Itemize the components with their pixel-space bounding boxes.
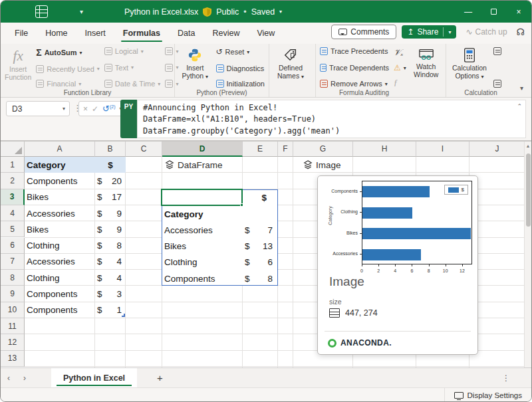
catch-up-button[interactable]: ∿ Catch up bbox=[462, 25, 511, 39]
row-header-7[interactable]: 7 bbox=[1, 254, 25, 270]
row-header-13[interactable]: 13 bbox=[1, 351, 25, 367]
column-header-G[interactable]: G bbox=[293, 142, 353, 157]
maximize-button[interactable] bbox=[481, 7, 506, 17]
tab-review[interactable]: Review bbox=[203, 23, 248, 44]
cell-a5[interactable]: Bikes bbox=[25, 221, 95, 237]
cell-a3[interactable]: Bikes bbox=[25, 189, 95, 205]
cell-a4[interactable]: Accessories bbox=[25, 205, 95, 221]
column-header-D[interactable]: D bbox=[162, 142, 243, 157]
initialization-button[interactable]: Initialization bbox=[216, 80, 265, 88]
row-header-5[interactable]: 5 bbox=[1, 221, 25, 237]
name-box-chevron-icon[interactable]: ▾ bbox=[63, 106, 65, 112]
remove-arrows-button[interactable]: Remove Arrows▾ bbox=[320, 80, 389, 88]
cell-b6[interactable]: $8 bbox=[95, 238, 126, 254]
cancel-entry-icon[interactable]: × bbox=[83, 104, 88, 114]
watch-window-button[interactable]: Watch Window bbox=[411, 47, 442, 78]
cell-b3[interactable]: $17 bbox=[95, 189, 126, 205]
cell-b7[interactable]: $4 bbox=[95, 254, 126, 270]
save-status-chevron-icon[interactable]: ▾ bbox=[279, 9, 282, 15]
calculate-sheet-button[interactable] bbox=[493, 80, 501, 88]
selected-cell-d3[interactable] bbox=[161, 189, 243, 206]
tab-view[interactable]: View bbox=[248, 23, 283, 44]
share-chevron-icon[interactable]: ▾ bbox=[448, 29, 451, 35]
cell-b1[interactable]: $ bbox=[95, 157, 126, 173]
cell-a1[interactable]: Category bbox=[25, 157, 95, 173]
defined-names-button[interactable]: Defined Names ▾ bbox=[273, 47, 308, 80]
column-header-A[interactable]: A bbox=[25, 142, 95, 157]
sheet-bar-dots-icon[interactable]: ⋮ bbox=[502, 373, 510, 383]
cell-b5[interactable]: $9 bbox=[95, 221, 126, 237]
select-all-corner[interactable] bbox=[1, 142, 25, 157]
calculation-options-button[interactable]: Calculation Options ▾ bbox=[450, 47, 489, 80]
cell-b2[interactable]: $20 bbox=[95, 173, 126, 189]
tab-file[interactable]: File bbox=[6, 23, 37, 44]
collapse-ribbon-chevron-icon[interactable]: ▾ bbox=[520, 84, 523, 92]
cell-a7[interactable]: Accessories bbox=[25, 254, 95, 270]
display-settings-button[interactable]: Display Settings bbox=[444, 388, 531, 402]
autosum-button[interactable]: ΣAutoSum▾ bbox=[36, 47, 100, 58]
insert-function-button[interactable]: fx Insert Function bbox=[5, 47, 31, 81]
sheet-tab-python-in-excel[interactable]: Python in Excel bbox=[51, 368, 137, 387]
column-header-J[interactable]: J bbox=[469, 142, 525, 157]
row-header-11[interactable]: 11 bbox=[1, 318, 25, 334]
cell-a6[interactable]: Clothing bbox=[25, 238, 95, 254]
cell-a9[interactable]: Components bbox=[25, 286, 95, 302]
quick-access-chevron-icon[interactable]: ▾ bbox=[80, 8, 83, 15]
tab-home[interactable]: Home bbox=[37, 23, 76, 44]
error-checking-button[interactable]: ⚠▾ bbox=[394, 63, 406, 72]
logical-button[interactable]: Logical▾ bbox=[104, 47, 161, 55]
cell-b4[interactable]: $9 bbox=[95, 205, 126, 221]
formula-input[interactable]: #Announcing Python in Excel! DataFrame=x… bbox=[137, 100, 526, 138]
fill-handle[interactable] bbox=[240, 203, 243, 207]
cell-b9[interactable]: $3 bbox=[95, 286, 126, 302]
trace-precedents-button[interactable]: Trace Precedents bbox=[320, 47, 389, 55]
tab-formulas[interactable]: Formulas bbox=[114, 23, 169, 44]
trace-dependents-button[interactable]: Trace Dependents bbox=[320, 64, 389, 72]
cell-b8[interactable]: $4 bbox=[95, 270, 126, 286]
calculate-now-button[interactable] bbox=[493, 47, 501, 55]
row-header-2[interactable]: 2 bbox=[1, 173, 25, 189]
column-header-F[interactable]: F bbox=[278, 142, 293, 157]
column-header-C[interactable]: C bbox=[126, 142, 162, 157]
diagnostics-button[interactable]: Diagnostics bbox=[216, 64, 265, 72]
insert-python-button[interactable]: Insert Python ▾ bbox=[179, 47, 211, 80]
add-sheet-button[interactable]: + bbox=[157, 372, 163, 383]
row-header-12[interactable]: 12 bbox=[1, 334, 25, 350]
vertical-scrollbar[interactable]: ▲ ▼ bbox=[524, 142, 531, 377]
financial-button[interactable]: Financial▾ bbox=[36, 80, 100, 88]
cell-a8[interactable]: Clothing bbox=[25, 270, 95, 286]
column-header-B[interactable]: B bbox=[95, 142, 126, 157]
show-formulas-button[interactable]: 𝒱ₓ bbox=[394, 47, 406, 58]
collapse-formula-bar-icon[interactable]: ⌃ bbox=[517, 103, 522, 110]
row-header-6[interactable]: 6 bbox=[1, 238, 25, 254]
comments-button[interactable]: Comments bbox=[331, 25, 396, 39]
scroll-up-icon[interactable]: ▲ bbox=[525, 144, 531, 148]
document-title-group[interactable]: Python in Excel.xlsx Public • Saved ▾ bbox=[124, 7, 282, 17]
row-header-4[interactable]: 4 bbox=[1, 205, 25, 221]
cell-a10[interactable]: Components bbox=[25, 302, 95, 318]
column-header-H[interactable]: H bbox=[353, 142, 416, 157]
tab-data[interactable]: Data bbox=[169, 23, 203, 44]
cell-a2[interactable]: Components bbox=[25, 173, 95, 189]
dataframe-object-chip[interactable]: DataFrame bbox=[165, 159, 223, 171]
name-box[interactable]: D3 ▾ bbox=[6, 101, 70, 116]
people-icon[interactable]: ☊ bbox=[517, 27, 525, 37]
row-header-8[interactable]: 8 bbox=[1, 270, 25, 286]
image-preview-card[interactable]: $ ComponentsClothingBikesAccessories Cat… bbox=[317, 175, 478, 355]
confirm-entry-icon[interactable]: ✓ bbox=[92, 104, 98, 114]
recently-used-button[interactable]: Recently Used▾ bbox=[36, 65, 100, 73]
date-time-button[interactable]: Date & Time▾ bbox=[104, 80, 161, 88]
python-sync-icon[interactable]: ↺(2) bbox=[102, 104, 115, 114]
column-header-I[interactable]: I bbox=[416, 142, 469, 157]
share-button[interactable]: ↥ Share ▾ bbox=[402, 25, 456, 39]
image-object-chip[interactable]: Image bbox=[303, 159, 341, 171]
row-header-3[interactable]: 3 bbox=[1, 189, 25, 205]
column-header-E[interactable]: E bbox=[243, 142, 278, 157]
sheet-prev-icon[interactable]: ‹ bbox=[1, 373, 17, 383]
sheet-next-icon[interactable]: › bbox=[17, 373, 33, 383]
row-header-1[interactable]: 1 bbox=[1, 157, 25, 173]
reset-button[interactable]: ↺Reset▾ bbox=[216, 47, 265, 56]
tab-insert[interactable]: Insert bbox=[76, 23, 114, 44]
close-button[interactable]: × bbox=[506, 7, 531, 17]
evaluate-formula-button[interactable]: ƒ bbox=[394, 78, 406, 88]
